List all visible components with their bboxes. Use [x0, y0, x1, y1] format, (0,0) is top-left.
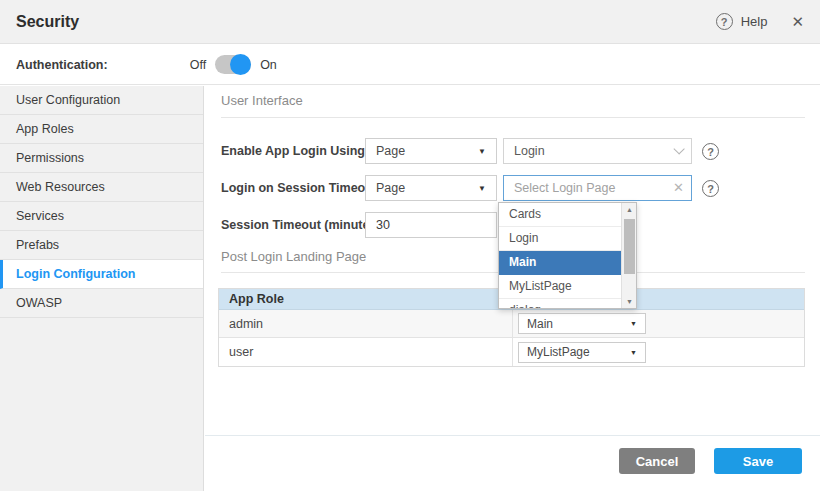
section-divider [221, 117, 805, 118]
enable-app-login-label: Enable App Login Using: [221, 138, 369, 164]
clear-input-icon[interactable]: ✕ [673, 175, 684, 201]
enable-app-login-help-icon[interactable]: ? [702, 143, 719, 160]
footer-divider [205, 435, 820, 436]
toggle-knob [230, 54, 251, 75]
dropdown-scrollbar[interactable]: ▲ ▼ [621, 203, 636, 308]
landing-page-select-user[interactable]: MyListPage ▼ [518, 342, 646, 363]
login-on-timeout-help-icon[interactable]: ? [702, 180, 719, 197]
user-interface-section-title: User Interface [221, 93, 303, 108]
sidebar-item-user-configuration[interactable]: User Configuration [0, 86, 203, 115]
save-button[interactable]: Save [714, 448, 802, 474]
toggle-off-label: Off [190, 58, 206, 72]
dropdown-option-dialog[interactable]: dialog [499, 299, 621, 309]
sidebar-item-web-resources[interactable]: Web Resources [0, 173, 203, 202]
dropdown-option-mylistpage[interactable]: MyListPage [499, 275, 621, 299]
caret-down-icon: ▼ [478, 184, 486, 193]
login-configuration-panel: User Interface Enable App Login Using: P… [205, 86, 820, 491]
login-on-timeout-label: Login on Session Timeout: [221, 175, 381, 201]
sidebar-item-prefabs[interactable]: Prefabs [0, 231, 203, 260]
login-page-dropdown: Cards Login Main MyListPage dialog ▲ ▼ [498, 202, 637, 309]
app-role-cell: user [219, 338, 513, 366]
select-value: Main [527, 317, 553, 331]
select-value: Page [376, 144, 405, 158]
caret-down-icon: ▼ [630, 349, 637, 356]
dropdown-option-cards[interactable]: Cards [499, 203, 621, 227]
sidebar-item-login-configuration[interactable]: Login Configuration [0, 260, 203, 289]
combobox-value: Login [514, 144, 545, 158]
authentication-toggle[interactable] [215, 55, 251, 74]
sidebar: User Configuration App Roles Permissions… [0, 86, 204, 491]
caret-down-icon: ▼ [630, 320, 637, 327]
help-icon[interactable]: ? [716, 13, 733, 30]
cancel-button[interactable]: Cancel [619, 448, 695, 474]
toggle-on-label: On [260, 58, 277, 72]
table-row: user MyListPage ▼ [219, 338, 804, 366]
title-bar: Security ? Help ✕ [0, 0, 820, 44]
dropdown-option-login[interactable]: Login [499, 227, 621, 251]
session-timeout-label: Session Timeout (minutes): [221, 212, 385, 238]
session-timeout-input[interactable] [365, 212, 497, 238]
caret-down-icon: ▼ [478, 147, 486, 156]
app-role-cell: admin [219, 310, 513, 337]
login-on-timeout-page-input[interactable] [503, 175, 692, 201]
enable-app-login-page-combobox[interactable]: Login [503, 138, 692, 164]
scrollbar-thumb[interactable] [624, 219, 635, 274]
enable-app-login-type-select[interactable]: Page ▼ [365, 138, 497, 164]
sidebar-item-services[interactable]: Services [0, 202, 203, 231]
sidebar-item-permissions[interactable]: Permissions [0, 144, 203, 173]
scroll-down-icon[interactable]: ▼ [622, 298, 637, 305]
landing-page-select-admin[interactable]: Main ▼ [518, 313, 646, 334]
dropdown-option-main[interactable]: Main [499, 251, 621, 275]
close-icon[interactable]: ✕ [791, 13, 804, 31]
select-value: Page [376, 181, 405, 195]
table-row: admin Main ▼ [219, 310, 804, 338]
scroll-up-icon[interactable]: ▲ [622, 206, 637, 213]
security-dialog: Security ? Help ✕ Authentication: Off On… [0, 0, 820, 491]
authentication-label: Authentication: [16, 58, 108, 72]
page-title: Security [16, 13, 79, 31]
help-link[interactable]: Help [741, 14, 768, 29]
post-login-section-title: Post Login Landing Page [221, 249, 366, 264]
login-on-timeout-type-select[interactable]: Page ▼ [365, 175, 497, 201]
authentication-bar: Authentication: Off On [0, 45, 820, 85]
select-value: MyListPage [527, 345, 590, 359]
sidebar-item-owasp[interactable]: OWASP [0, 289, 203, 318]
chevron-down-icon [673, 143, 684, 154]
sidebar-item-app-roles[interactable]: App Roles [0, 115, 203, 144]
